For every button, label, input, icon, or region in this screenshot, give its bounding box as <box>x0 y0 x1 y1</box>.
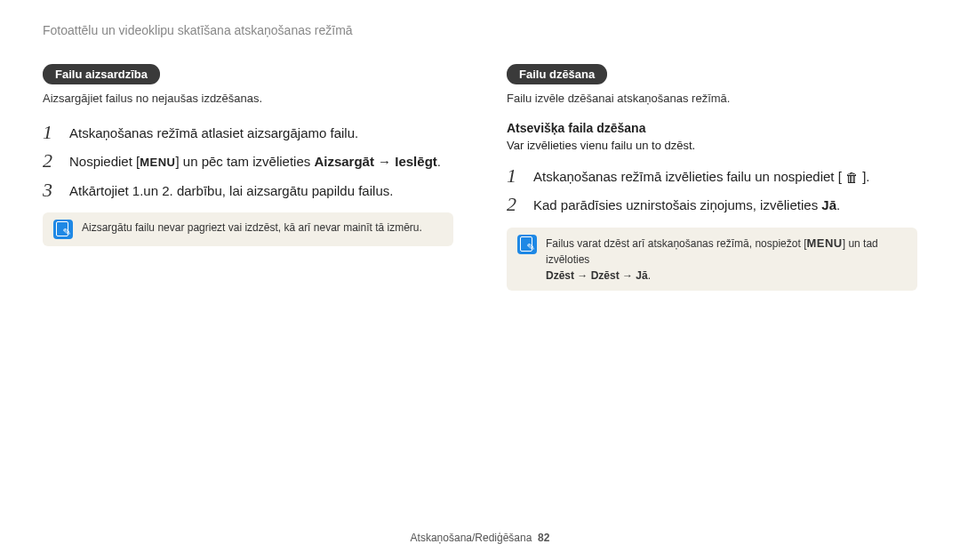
text-fragment: Kad parādīsies uznirstošais ziņojums, iz… <box>533 197 821 212</box>
text-fragment: ]. <box>859 169 870 184</box>
step-text: Atskaņošanas režīmā izvēlieties failu un… <box>533 164 870 188</box>
page-header: Fotoattēlu un videoklipu skatīšana atska… <box>43 23 917 37</box>
text-fragment: Nospiediet [ <box>69 154 140 169</box>
step-number: 1 <box>507 164 523 188</box>
right-column: Failu dzēšana Failu izvēle dzēšanai atsk… <box>507 64 917 291</box>
step-text: Atkārtojiet 1.un 2. darbību, lai aizsarg… <box>69 179 393 202</box>
protection-description: Aizsargājiet failus no nejaušas izdzēšan… <box>43 92 453 105</box>
step-number: 2 <box>43 149 59 172</box>
step-number: 3 <box>43 179 59 202</box>
page-footer: Atskaņošana/Rediģēšana 82 <box>0 532 960 544</box>
step-number: 1 <box>43 121 59 144</box>
menu-icon: MENU <box>806 236 842 250</box>
note-box: Failus varat dzēst arī atskaņošanas režī… <box>507 228 917 292</box>
note-box: Aizsargātu failu nevar pagriezt vai izdz… <box>43 212 453 246</box>
text-fragment: ] un pēc tam izvēlieties <box>176 154 315 169</box>
text-fragment: . <box>648 269 651 282</box>
step-text: Atskaņošanas režīmā atlasiet aizsargājam… <box>69 121 358 144</box>
text-fragment: . <box>836 197 840 212</box>
text-fragment: Failus varat dzēst arī atskaņošanas režī… <box>546 237 806 250</box>
text-fragment: Atskaņošanas režīmā izvēlieties failu un… <box>533 169 845 184</box>
trash-icon: 🗑 <box>845 171 859 184</box>
bold-text: Dzēst → Dzēst → Jā <box>546 269 648 282</box>
section-title-delete: Failu dzēšana <box>507 64 607 84</box>
note-icon <box>53 220 73 239</box>
text-fragment: . <box>437 154 441 169</box>
note-text: Failus varat dzēst arī atskaņošanas režī… <box>546 235 907 284</box>
sub-heading: Atsevišķa faila dzēšana <box>507 121 917 135</box>
step-2: 2 Kad parādīsies uznirstošais ziņojums, … <box>507 193 917 216</box>
bold-text: Jā <box>821 197 836 212</box>
sub-description: Var izvēlieties vienu failu un to dzēst. <box>507 139 917 152</box>
content-columns: Failu aizsardzība Aizsargājiet failus no… <box>43 64 917 291</box>
menu-icon: MENU <box>140 156 175 169</box>
step-3: 3 Atkārtojiet 1.un 2. darbību, lai aizsa… <box>43 179 453 202</box>
step-number: 2 <box>507 193 523 216</box>
step-2: 2 Nospiediet [MENU] un pēc tam izvēlieti… <box>43 149 453 172</box>
bold-text: Aizsargāt → Ieslēgt <box>314 154 436 169</box>
page-number: 82 <box>538 532 549 544</box>
step-1: 1 Atskaņošanas režīmā atlasiet aizsargāj… <box>43 121 453 144</box>
step-text: Kad parādīsies uznirstošais ziņojums, iz… <box>533 193 840 216</box>
step-1: 1 Atskaņošanas režīmā izvēlieties failu … <box>507 164 917 188</box>
left-column: Failu aizsardzība Aizsargājiet failus no… <box>43 64 453 291</box>
note-icon <box>517 235 537 254</box>
note-text: Aizsargātu failu nevar pagriezt vai izdz… <box>82 220 422 236</box>
step-text: Nospiediet [MENU] un pēc tam izvēlieties… <box>69 149 441 172</box>
delete-description: Failu izvēle dzēšanai atskaņošanas režīm… <box>507 92 917 105</box>
footer-section: Atskaņošana/Rediģēšana <box>411 532 532 544</box>
section-title-protection: Failu aizsardzība <box>43 64 160 84</box>
